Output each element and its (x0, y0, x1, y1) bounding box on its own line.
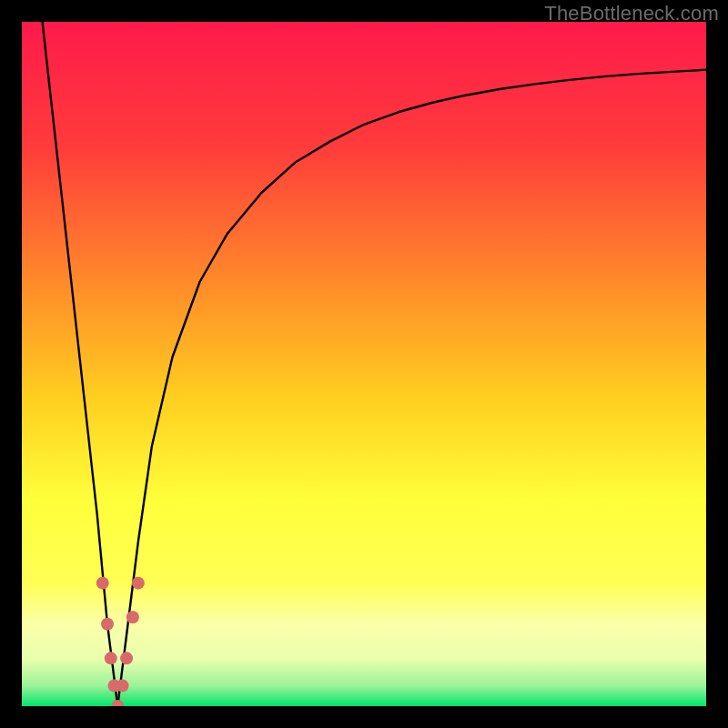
data-marker (101, 618, 114, 631)
data-marker (120, 652, 133, 664)
chart-frame (22, 22, 706, 706)
data-marker (105, 652, 117, 664)
data-marker (132, 577, 145, 590)
data-marker (96, 577, 109, 590)
data-marker (116, 679, 129, 692)
data-marker (126, 611, 139, 623)
watermark-text: TheBottleneck.com (544, 2, 719, 25)
bottleneck-chart (22, 22, 706, 706)
